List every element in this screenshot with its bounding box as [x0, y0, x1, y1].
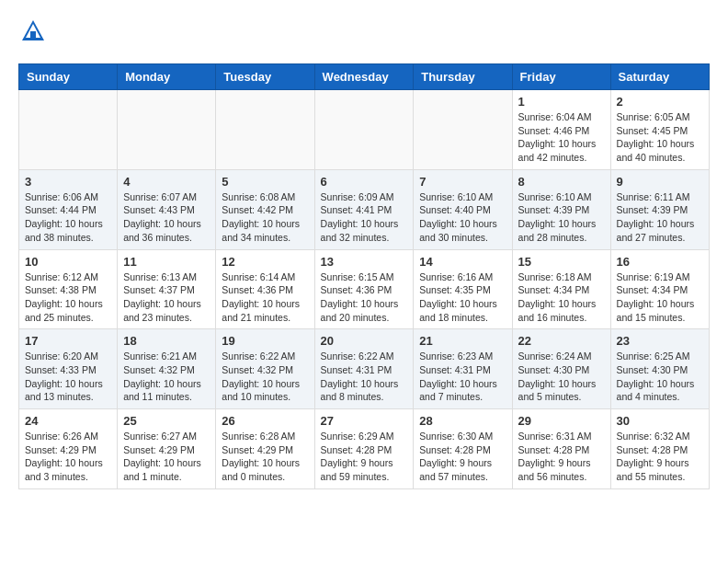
day-number: 19	[222, 334, 308, 348]
calendar-cell: 22Sunrise: 6:24 AM Sunset: 4:30 PM Dayli…	[512, 329, 610, 409]
logo	[18, 18, 46, 49]
day-info: Sunrise: 6:06 AM Sunset: 4:44 PM Dayligh…	[25, 190, 111, 245]
calendar-cell: 30Sunrise: 6:32 AM Sunset: 4:28 PM Dayli…	[610, 409, 709, 489]
day-info: Sunrise: 6:09 AM Sunset: 4:41 PM Dayligh…	[321, 190, 408, 245]
weekday-header-friday: Friday	[512, 64, 610, 90]
day-info: Sunrise: 6:32 AM Sunset: 4:28 PM Dayligh…	[617, 430, 703, 484]
day-number: 6	[321, 175, 408, 189]
day-number: 20	[321, 334, 408, 348]
day-number: 14	[419, 255, 506, 269]
calendar-cell: 4Sunrise: 6:07 AM Sunset: 4:43 PM Daylig…	[118, 169, 216, 249]
calendar-cell: 19Sunrise: 6:22 AM Sunset: 4:32 PM Dayli…	[216, 329, 314, 409]
calendar-row-3: 17Sunrise: 6:20 AM Sunset: 4:33 PM Dayli…	[19, 329, 710, 409]
day-info: Sunrise: 6:10 AM Sunset: 4:40 PM Dayligh…	[419, 190, 506, 245]
calendar-cell: 9Sunrise: 6:11 AM Sunset: 4:39 PM Daylig…	[610, 169, 709, 249]
calendar-cell: 24Sunrise: 6:26 AM Sunset: 4:29 PM Dayli…	[19, 409, 118, 489]
day-number: 28	[419, 414, 506, 428]
day-info: Sunrise: 6:26 AM Sunset: 4:29 PM Dayligh…	[25, 430, 111, 484]
day-number: 18	[123, 334, 210, 348]
day-number: 24	[25, 414, 111, 428]
calendar-row-1: 3Sunrise: 6:06 AM Sunset: 4:44 PM Daylig…	[19, 169, 710, 249]
calendar-cell: 21Sunrise: 6:23 AM Sunset: 4:31 PM Dayli…	[414, 329, 512, 409]
calendar-cell: 7Sunrise: 6:10 AM Sunset: 4:40 PM Daylig…	[414, 169, 512, 249]
calendar-cell: 18Sunrise: 6:21 AM Sunset: 4:32 PM Dayli…	[118, 329, 216, 409]
calendar-row-0: 1Sunrise: 6:04 AM Sunset: 4:46 PM Daylig…	[19, 90, 710, 170]
calendar-cell	[414, 90, 512, 170]
day-info: Sunrise: 6:18 AM Sunset: 4:34 PM Dayligh…	[518, 270, 605, 325]
day-info: Sunrise: 6:22 AM Sunset: 4:32 PM Dayligh…	[222, 350, 308, 404]
day-number: 11	[123, 255, 210, 269]
day-number: 13	[321, 255, 408, 269]
calendar-cell: 29Sunrise: 6:31 AM Sunset: 4:28 PM Dayli…	[512, 409, 610, 489]
calendar-cell: 13Sunrise: 6:15 AM Sunset: 4:36 PM Dayli…	[314, 249, 414, 329]
calendar-cell	[216, 90, 314, 170]
day-number: 15	[518, 255, 605, 269]
day-info: Sunrise: 6:08 AM Sunset: 4:42 PM Dayligh…	[222, 190, 308, 245]
calendar-cell: 28Sunrise: 6:30 AM Sunset: 4:28 PM Dayli…	[414, 409, 512, 489]
calendar-row-2: 10Sunrise: 6:12 AM Sunset: 4:38 PM Dayli…	[19, 249, 710, 329]
day-info: Sunrise: 6:04 AM Sunset: 4:46 PM Dayligh…	[518, 110, 605, 165]
day-number: 25	[123, 414, 210, 428]
day-info: Sunrise: 6:25 AM Sunset: 4:30 PM Dayligh…	[617, 350, 703, 404]
day-number: 2	[617, 95, 703, 109]
day-info: Sunrise: 6:10 AM Sunset: 4:39 PM Dayligh…	[518, 190, 605, 245]
calendar-cell: 3Sunrise: 6:06 AM Sunset: 4:44 PM Daylig…	[19, 169, 118, 249]
calendar-cell: 20Sunrise: 6:22 AM Sunset: 4:31 PM Dayli…	[314, 329, 414, 409]
calendar-cell: 6Sunrise: 6:09 AM Sunset: 4:41 PM Daylig…	[314, 169, 414, 249]
logo-icon	[20, 18, 46, 44]
day-info: Sunrise: 6:15 AM Sunset: 4:36 PM Dayligh…	[321, 270, 408, 325]
day-number: 9	[617, 175, 703, 189]
calendar-cell: 15Sunrise: 6:18 AM Sunset: 4:34 PM Dayli…	[512, 249, 610, 329]
calendar-cell: 16Sunrise: 6:19 AM Sunset: 4:34 PM Dayli…	[610, 249, 709, 329]
weekday-header-sunday: Sunday	[19, 64, 118, 90]
day-info: Sunrise: 6:12 AM Sunset: 4:38 PM Dayligh…	[25, 270, 111, 325]
day-info: Sunrise: 6:19 AM Sunset: 4:34 PM Dayligh…	[617, 270, 703, 325]
calendar-row-4: 24Sunrise: 6:26 AM Sunset: 4:29 PM Dayli…	[19, 409, 710, 489]
calendar-cell: 5Sunrise: 6:08 AM Sunset: 4:42 PM Daylig…	[216, 169, 314, 249]
day-number: 3	[25, 175, 111, 189]
calendar-cell: 12Sunrise: 6:14 AM Sunset: 4:36 PM Dayli…	[216, 249, 314, 329]
svg-rect-2	[30, 31, 36, 39]
calendar-cell	[314, 90, 414, 170]
calendar-cell: 23Sunrise: 6:25 AM Sunset: 4:30 PM Dayli…	[610, 329, 709, 409]
day-info: Sunrise: 6:22 AM Sunset: 4:31 PM Dayligh…	[321, 350, 408, 404]
weekday-header-wednesday: Wednesday	[314, 64, 414, 90]
day-number: 29	[518, 414, 605, 428]
day-info: Sunrise: 6:05 AM Sunset: 4:45 PM Dayligh…	[617, 110, 703, 165]
calendar-cell: 25Sunrise: 6:27 AM Sunset: 4:29 PM Dayli…	[118, 409, 216, 489]
day-number: 27	[321, 414, 408, 428]
day-info: Sunrise: 6:29 AM Sunset: 4:28 PM Dayligh…	[321, 430, 408, 484]
day-info: Sunrise: 6:11 AM Sunset: 4:39 PM Dayligh…	[617, 190, 703, 245]
day-info: Sunrise: 6:14 AM Sunset: 4:36 PM Dayligh…	[222, 270, 308, 325]
calendar: SundayMondayTuesdayWednesdayThursdayFrid…	[18, 63, 710, 489]
calendar-cell: 11Sunrise: 6:13 AM Sunset: 4:37 PM Dayli…	[118, 249, 216, 329]
day-info: Sunrise: 6:24 AM Sunset: 4:30 PM Dayligh…	[518, 350, 605, 404]
calendar-cell: 8Sunrise: 6:10 AM Sunset: 4:39 PM Daylig…	[512, 169, 610, 249]
day-number: 16	[617, 255, 703, 269]
day-number: 23	[617, 334, 703, 348]
calendar-cell: 14Sunrise: 6:16 AM Sunset: 4:35 PM Dayli…	[414, 249, 512, 329]
calendar-cell: 2Sunrise: 6:05 AM Sunset: 4:45 PM Daylig…	[610, 90, 709, 170]
day-info: Sunrise: 6:21 AM Sunset: 4:32 PM Dayligh…	[123, 350, 210, 404]
calendar-cell: 27Sunrise: 6:29 AM Sunset: 4:28 PM Dayli…	[314, 409, 414, 489]
calendar-cell: 1Sunrise: 6:04 AM Sunset: 4:46 PM Daylig…	[512, 90, 610, 170]
day-number: 22	[518, 334, 605, 348]
day-info: Sunrise: 6:20 AM Sunset: 4:33 PM Dayligh…	[25, 350, 111, 404]
calendar-cell: 17Sunrise: 6:20 AM Sunset: 4:33 PM Dayli…	[19, 329, 118, 409]
day-number: 1	[518, 95, 605, 109]
weekday-header-monday: Monday	[118, 64, 216, 90]
day-number: 26	[222, 414, 308, 428]
day-number: 17	[25, 334, 111, 348]
calendar-cell: 10Sunrise: 6:12 AM Sunset: 4:38 PM Dayli…	[19, 249, 118, 329]
header	[18, 18, 710, 49]
day-info: Sunrise: 6:28 AM Sunset: 4:29 PM Dayligh…	[222, 430, 308, 484]
day-number: 8	[518, 175, 605, 189]
day-info: Sunrise: 6:23 AM Sunset: 4:31 PM Dayligh…	[419, 350, 506, 404]
day-info: Sunrise: 6:16 AM Sunset: 4:35 PM Dayligh…	[419, 270, 506, 325]
day-number: 5	[222, 175, 308, 189]
calendar-cell: 26Sunrise: 6:28 AM Sunset: 4:29 PM Dayli…	[216, 409, 314, 489]
weekday-header-thursday: Thursday	[414, 64, 512, 90]
day-info: Sunrise: 6:07 AM Sunset: 4:43 PM Dayligh…	[123, 190, 210, 245]
day-info: Sunrise: 6:13 AM Sunset: 4:37 PM Dayligh…	[123, 270, 210, 325]
calendar-cell	[19, 90, 118, 170]
